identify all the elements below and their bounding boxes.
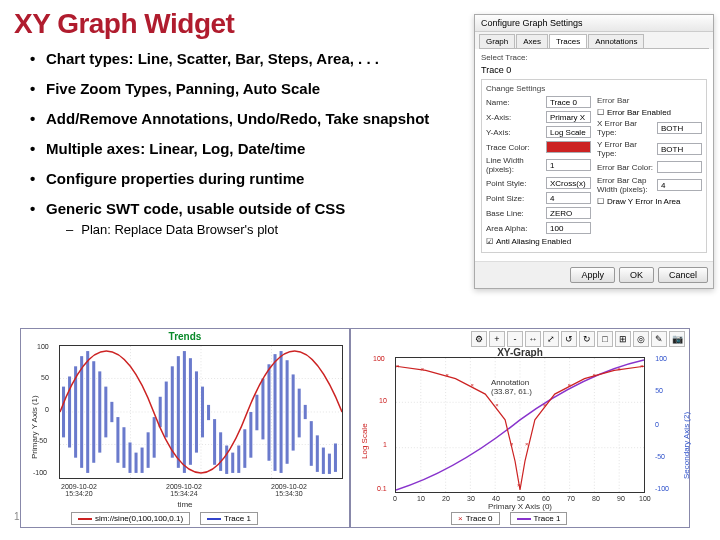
base-line-select[interactable]: ZERO — [546, 207, 591, 219]
svg-text:×: × — [592, 371, 596, 377]
name-input[interactable]: Trace 0 — [546, 96, 591, 108]
plot-svg — [60, 346, 342, 478]
xerr-select[interactable]: BOTH — [657, 122, 702, 134]
svg-rect-46 — [304, 405, 307, 419]
trace-color-label: Trace Color: — [486, 143, 546, 152]
svg-text:×: × — [517, 482, 521, 488]
point-style-label: Point Style: — [486, 179, 546, 188]
svg-rect-41 — [274, 354, 277, 471]
svg-rect-38 — [255, 395, 258, 431]
legend-item: ×Trace 0 — [451, 512, 500, 525]
ytick-right: -50 — [655, 453, 665, 460]
ytick: 50 — [41, 374, 49, 381]
svg-rect-14 — [110, 402, 113, 422]
plot-area[interactable] — [59, 345, 343, 479]
annotation[interactable]: Annotation (33.87, 61.) — [491, 378, 532, 396]
svg-text:×: × — [495, 402, 499, 408]
svg-text:×: × — [640, 363, 644, 369]
err-cap-label: Error Bar Cap Width (pixels): — [597, 176, 657, 194]
ytick-left: 100 — [373, 355, 385, 362]
select-trace-dropdown[interactable]: Trace 0 — [481, 65, 707, 75]
anti-alias-checkbox[interactable]: Anti Aliasing Enabled — [486, 237, 591, 246]
svg-rect-37 — [249, 412, 252, 458]
add-icon[interactable]: + — [489, 331, 505, 347]
svg-rect-50 — [328, 454, 331, 474]
change-settings-label: Change Settings — [486, 84, 702, 93]
annotate-icon[interactable]: ✎ — [651, 331, 667, 347]
svg-rect-23 — [165, 382, 168, 438]
svg-rect-24 — [171, 366, 174, 457]
undo-icon[interactable]: ↺ — [561, 331, 577, 347]
trace-color-picker[interactable] — [546, 141, 591, 153]
point-style-select[interactable]: XCross(x) — [546, 177, 591, 189]
svg-rect-19 — [141, 448, 144, 473]
svg-rect-20 — [147, 432, 150, 468]
ytick: -100 — [33, 469, 47, 476]
zoom-icon[interactable]: ⤢ — [543, 331, 559, 347]
svg-rect-34 — [231, 453, 234, 473]
point-size-label: Point Size: — [486, 194, 546, 203]
name-label: Name: — [486, 98, 546, 107]
svg-rect-45 — [298, 389, 301, 438]
remove-icon[interactable]: - — [507, 331, 523, 347]
svg-rect-25 — [177, 356, 180, 468]
xtick: 2009-10-02 15:34:20 — [61, 483, 97, 497]
rubberband-icon[interactable]: □ — [597, 331, 613, 347]
svg-text:×: × — [568, 382, 572, 388]
tab-axes[interactable]: Axes — [516, 34, 548, 48]
cancel-button[interactable]: Cancel — [658, 267, 708, 283]
svg-rect-47 — [310, 421, 313, 466]
xtick: 30 — [467, 495, 475, 502]
ytick-right: 0 — [655, 421, 659, 428]
svg-rect-18 — [135, 453, 138, 473]
xtick: 90 — [617, 495, 625, 502]
ytick-right: 50 — [655, 387, 663, 394]
area-alpha-input[interactable]: 100 — [546, 222, 591, 234]
draw-area-checkbox[interactable]: Draw Y Error In Area — [597, 197, 702, 206]
point-size-input[interactable]: 4 — [546, 192, 591, 204]
svg-rect-13 — [104, 387, 107, 438]
svg-text:×: × — [510, 441, 514, 447]
target-icon[interactable]: ◎ — [633, 331, 649, 347]
select-trace-label: Select Trace: — [481, 53, 707, 62]
x-axis-label: time — [177, 500, 192, 509]
svg-rect-9 — [80, 356, 83, 468]
x-axis-label: Primary X Axis (0) — [488, 502, 552, 511]
legend-item: Trace 1 — [200, 512, 258, 525]
snapshot-icon[interactable]: 📷 — [669, 331, 685, 347]
xtick: 80 — [592, 495, 600, 502]
svg-rect-10 — [86, 351, 89, 473]
svg-text:×: × — [525, 441, 529, 447]
xtick: 50 — [517, 495, 525, 502]
svg-rect-26 — [183, 351, 186, 473]
line-width-input[interactable]: 1 — [546, 159, 591, 171]
tab-graph[interactable]: Graph — [479, 34, 515, 48]
svg-rect-17 — [128, 442, 131, 472]
tab-annotations[interactable]: Annotations — [588, 34, 644, 48]
svg-rect-28 — [195, 371, 198, 452]
redo-icon[interactable]: ↻ — [579, 331, 595, 347]
yerr-select[interactable]: BOTH — [657, 143, 702, 155]
svg-rect-11 — [92, 361, 95, 463]
autoscale-icon[interactable]: ⊞ — [615, 331, 631, 347]
err-cap-input[interactable]: 4 — [657, 179, 702, 191]
svg-rect-21 — [153, 417, 156, 458]
xtick: 70 — [567, 495, 575, 502]
pan-icon[interactable]: ↔ — [525, 331, 541, 347]
ok-button[interactable]: OK — [619, 267, 654, 283]
tab-traces[interactable]: Traces — [549, 34, 587, 48]
config-icon[interactable]: ⚙ — [471, 331, 487, 347]
plot-area[interactable]: ×××× ×××× ××××× Annotation (33.87, 61.) — [395, 357, 645, 493]
ytick: -50 — [37, 437, 47, 444]
left-col: Name:Trace 0 X-Axis:Primary X Axis (0) Y… — [486, 96, 591, 248]
xtick: 2009-10-02 15:34:24 — [166, 483, 202, 497]
yaxis-select[interactable]: Log Scale — [546, 126, 591, 138]
xaxis-select[interactable]: Primary X Axis (0) — [546, 111, 591, 123]
error-enabled-checkbox[interactable]: Error Bar Enabled — [597, 108, 702, 117]
svg-rect-30 — [207, 405, 210, 420]
chart-toolbar: ⚙ + - ↔ ⤢ ↺ ↻ □ ⊞ ◎ ✎ 📷 — [471, 331, 685, 347]
err-color-picker[interactable] — [657, 161, 702, 173]
xtick: 0 — [393, 495, 397, 502]
ytick: 100 — [37, 343, 49, 350]
apply-button[interactable]: Apply — [570, 267, 615, 283]
